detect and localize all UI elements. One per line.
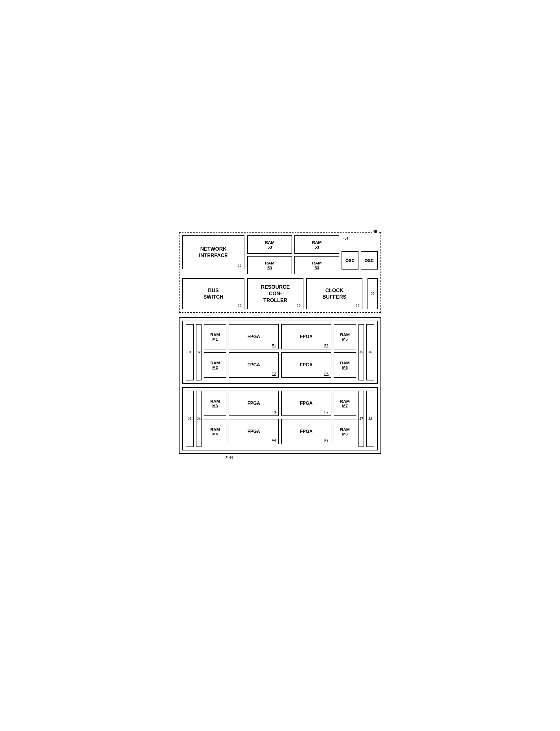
middle-section: BUSSWITCH 52 RESOURCECON-TROLLER 50 CLOC… bbox=[182, 277, 378, 309]
section2-inner: RAM M3 FPGA F3 FPGA F7 RAM M7 bbox=[204, 391, 356, 447]
ram-m5: RAM M5 bbox=[334, 324, 356, 349]
fpga-f2: FPGA F2 bbox=[229, 352, 279, 378]
network-interface-title: NETWORKINTERFACE bbox=[199, 246, 228, 259]
diagram-page: 49 NETWORKINTERFACE 56 RAM 53 RAM bbox=[173, 226, 387, 505]
fpga-section-2: J3 J4 RAM M3 FPGA F3 bbox=[182, 387, 378, 450]
j8-connector: J8 bbox=[366, 391, 374, 447]
osc-area: ↗54 OSC OSC bbox=[342, 237, 378, 274]
fpga-row-1: RAM M1 FPGA F1 FPGA F5 RAM M5 bbox=[204, 324, 356, 349]
label-49: 49 bbox=[372, 229, 378, 234]
fpga-row-3: RAM M3 FPGA F3 FPGA F7 RAM M7 bbox=[204, 391, 356, 416]
j9-connector: J9 bbox=[367, 278, 378, 309]
bus-switch-label: 52 bbox=[238, 303, 242, 308]
ram-block-1: RAM 53 bbox=[247, 235, 292, 254]
lower-area: J1 J2 RAM M1 FPGA F1 bbox=[179, 317, 381, 454]
fpga-f4: FPGA F4 bbox=[229, 419, 279, 444]
osc-block-1: OSC bbox=[342, 251, 358, 270]
dashed-region: 49 NETWORKINTERFACE 56 RAM 53 RAM bbox=[179, 232, 381, 313]
j6-connector: J6 bbox=[366, 324, 374, 380]
ram-m1: RAM M1 bbox=[204, 324, 226, 349]
top-ram-osc-area: RAM 53 RAM 53 RAM 53 RAM 53 bbox=[247, 235, 378, 274]
resource-controller-label: 50 bbox=[297, 303, 301, 308]
ram-grid-top: RAM 53 RAM 53 RAM 53 RAM 53 bbox=[247, 235, 339, 274]
j2-connector: J2 bbox=[196, 324, 202, 380]
section1-inner: RAM M1 FPGA F1 FPGA F5 RAM M5 bbox=[204, 324, 356, 380]
ram-block-4: RAM 53 bbox=[294, 256, 339, 274]
resource-controller-block: RESOURCECON-TROLLER 50 bbox=[247, 278, 303, 309]
clock-buffers-title: CLOCKBUFFERS bbox=[322, 287, 346, 301]
fpga-row-4: RAM M4 FPGA F4 FPGA F8 RAM M8 bbox=[204, 419, 356, 444]
j5-connector: J5 bbox=[358, 324, 364, 380]
fpga-f7: FPGA F7 bbox=[281, 391, 331, 416]
fpga-f6: FPGA F6 bbox=[281, 352, 331, 378]
ram-m6: RAM M6 bbox=[334, 352, 356, 378]
ram-block-3: RAM 53 bbox=[247, 256, 292, 274]
bus-switch-title: BUSSWITCH bbox=[204, 287, 224, 301]
ram-m3: RAM M3 bbox=[204, 391, 226, 416]
network-interface-block: NETWORKINTERFACE 56 bbox=[182, 235, 244, 269]
j4-connector: J4 bbox=[196, 391, 202, 447]
j1-connector: J1 bbox=[186, 324, 194, 380]
ram-m2: RAM M2 bbox=[204, 352, 226, 378]
j3-connector: J3 bbox=[186, 391, 194, 447]
ram-block-2: RAM 53 bbox=[294, 235, 339, 254]
osc-label-54: ↗54 bbox=[342, 237, 348, 240]
fpga-f8: FPGA F8 bbox=[281, 419, 331, 444]
clock-buffers-label: 55 bbox=[356, 303, 360, 308]
network-interface-label: 56 bbox=[238, 263, 242, 268]
ram-m8: RAM M8 bbox=[334, 419, 356, 444]
ram-m7: RAM M7 bbox=[334, 391, 356, 416]
label-44: ↗ 44 bbox=[225, 455, 233, 459]
osc-block-2: OSC bbox=[361, 251, 378, 270]
resource-controller-title: RESOURCECON-TROLLER bbox=[261, 284, 290, 304]
top-section: NETWORKINTERFACE 56 RAM 53 RAM 53 bbox=[182, 235, 378, 274]
fpga-f3: FPGA F3 bbox=[229, 391, 279, 416]
ram-m4: RAM M4 bbox=[204, 419, 226, 444]
fpga-row-2: RAM M2 FPGA F2 FPGA F6 RAM M6 bbox=[204, 352, 356, 378]
fpga-f1: FPGA F1 bbox=[229, 324, 279, 349]
fpga-section-1: J1 J2 RAM M1 FPGA F1 bbox=[182, 321, 378, 384]
clock-buffers-block: CLOCKBUFFERS 55 bbox=[306, 278, 362, 309]
bus-switch-block: BUSSWITCH 52 bbox=[182, 278, 244, 309]
j7-connector: J7 bbox=[358, 391, 364, 447]
osc-row: OSC OSC bbox=[342, 251, 378, 270]
fpga-f5: FPGA F5 bbox=[281, 324, 331, 349]
